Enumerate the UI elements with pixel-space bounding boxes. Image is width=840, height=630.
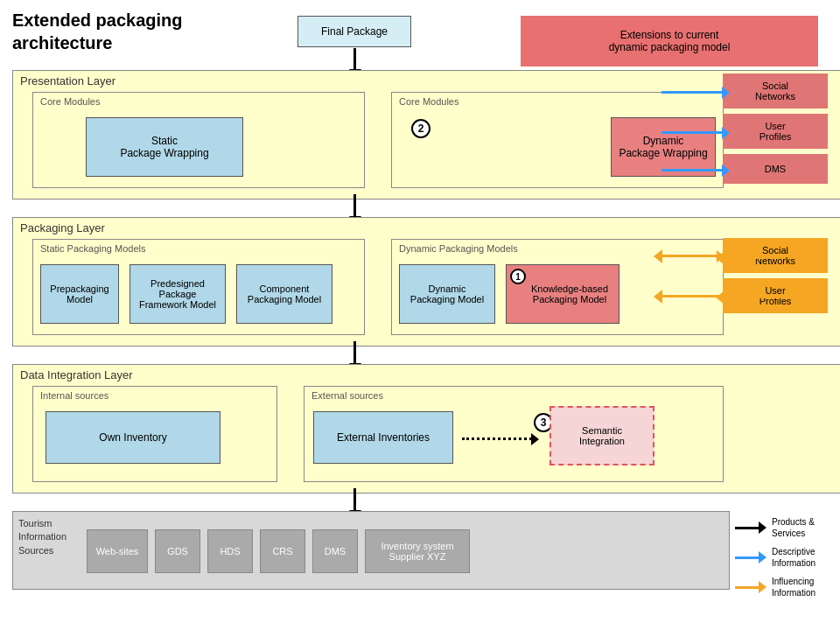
tourism-hds: HDS xyxy=(207,529,253,573)
orange-arrow-left-up xyxy=(662,295,723,298)
knowledge-pm: 1 Knowledge-based Packaging Model xyxy=(506,264,620,324)
blue-arrow-sn xyxy=(662,91,723,94)
final-package-box: Final Package xyxy=(298,16,411,47)
orange-arrow-up2 xyxy=(723,296,784,298)
core-mod-right: Core Modules 2 Dynamic Package Wrapping xyxy=(391,92,724,188)
dynamic-pm: Dynamic Packaging Model xyxy=(399,264,495,324)
dynamic-pkg-models: Dynamic Packaging Models Dynamic Packagi… xyxy=(391,239,724,335)
tourism-dms: DMS xyxy=(312,529,358,573)
semantic-integration: Semantic Integration xyxy=(550,406,654,466)
data-layer: Data Integration Layer Internal sources … xyxy=(12,364,840,494)
predesigned-model: Predesigned Package Framework Model xyxy=(130,264,226,324)
legend-products: Products & Services xyxy=(735,516,831,539)
blue-arrow-dms xyxy=(662,169,723,172)
legend-products-arrow xyxy=(735,521,766,535)
internal-sources: Internal sources Own Inventory xyxy=(32,386,277,482)
arrow-pkg-to-pres xyxy=(354,194,356,217)
social-networks-top: Social Networks xyxy=(723,74,828,108)
legend-influencing: Influencing Information xyxy=(735,576,831,598)
prepackaging-model: Prepackaging Model xyxy=(40,264,119,324)
external-inventories: External Inventories xyxy=(313,411,453,464)
tourism-inventory-supplier: Inventory system Supplier XYZ xyxy=(365,529,470,573)
presentation-layer-label: Presentation Layer xyxy=(20,74,116,88)
arrow-pres-to-fp xyxy=(354,48,356,70)
presentation-layer: Presentation Layer Core Modules Static P… xyxy=(12,70,840,200)
static-pkg-models: Static Packaging Models Prepackaging Mod… xyxy=(32,239,365,335)
external-sources: External sources External Inventories 3 … xyxy=(304,386,724,482)
arrow-data-to-pkg xyxy=(354,341,356,364)
legend: Products & Services Descriptive Informat… xyxy=(735,516,831,606)
blue-arrow-up xyxy=(662,131,723,134)
main-container: Extended packaging architecture Final Pa… xyxy=(0,0,840,630)
packaging-layer-label: Packaging Layer xyxy=(20,221,105,234)
legend-descriptive: Descriptive Information xyxy=(735,546,831,569)
orange-arrow-left-sn xyxy=(662,255,723,257)
arrow-tourism-to-data xyxy=(354,488,356,511)
legend-influencing-arrow xyxy=(735,580,766,594)
tourism-layer: Tourism Information Sources Web-sites GD… xyxy=(12,511,730,590)
packaging-layer: Packaging Layer Static Packaging Models … xyxy=(12,217,840,346)
orange-arrow-sn2 xyxy=(723,256,784,259)
own-inventory: Own Inventory xyxy=(46,411,220,464)
tourism-websites: Web-sites xyxy=(87,529,148,573)
tourism-crs: CRS xyxy=(260,529,305,573)
num-circle-2: 2 xyxy=(411,119,430,138)
social-networks-orange: Social Networks xyxy=(723,238,828,273)
data-layer-label: Data Integration Layer xyxy=(20,368,133,382)
dynamic-package-wrapping: Dynamic Package Wrapping xyxy=(611,117,716,177)
component-model: Component Packaging Model xyxy=(236,264,332,324)
legend-descriptive-arrow xyxy=(735,550,766,564)
dotted-arrow xyxy=(462,438,532,440)
static-package-wrapping: Static Package Wrapping xyxy=(86,117,243,177)
dms-top: DMS xyxy=(723,154,828,184)
num-circle-1: 1 xyxy=(510,269,526,284)
tourism-gds: GDS xyxy=(155,529,200,573)
user-profiles-top: User Profiles xyxy=(723,114,828,149)
core-mod-left: Core Modules Static Package Wrapping xyxy=(32,92,365,188)
page-title: Extended packaging architecture xyxy=(12,9,187,54)
extensions-box: Extensions to current dynamic packaging … xyxy=(521,16,818,66)
